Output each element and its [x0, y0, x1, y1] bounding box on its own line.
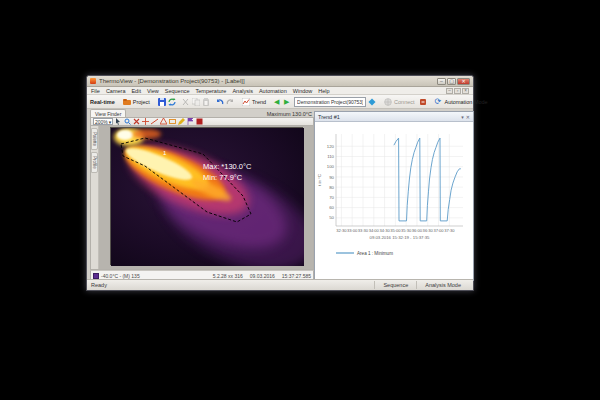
menu-bar: FileCameraEditViewSequenceTemperatureAna…	[87, 87, 473, 95]
minimize-button[interactable]: –	[437, 78, 446, 85]
svg-text:35:00: 35:00	[390, 228, 401, 233]
undo-icon[interactable]	[216, 98, 224, 106]
svg-text:60: 60	[329, 205, 334, 210]
close-button[interactable]: ✕	[457, 78, 470, 85]
svg-text:36:30: 36:30	[423, 228, 434, 233]
tab-view-finder[interactable]: View Finder	[90, 109, 126, 117]
svg-text:100: 100	[327, 164, 335, 169]
automation-icon: ⟳	[435, 98, 443, 106]
copy-icon[interactable]	[192, 98, 200, 106]
connect-icon	[384, 98, 392, 106]
min-annotation: Min: 77.9°C	[203, 173, 243, 182]
menu-item[interactable]: View	[147, 88, 159, 94]
mdi-restore-icon[interactable]: ▫	[454, 88, 461, 94]
cut-icon[interactable]	[182, 98, 190, 106]
connect-button[interactable]: Connect	[382, 97, 417, 107]
trend-button[interactable]: Trend	[240, 97, 268, 107]
rect-tool-icon[interactable]	[169, 118, 176, 125]
zoom-tool-icon[interactable]	[124, 118, 131, 125]
save-icon[interactable]	[158, 98, 166, 106]
mdi-close-icon[interactable]: ×	[462, 88, 469, 94]
viewer-toolbar: 200%▾	[90, 117, 314, 126]
window-title: ThermoView - [Demonstration Project(9075…	[99, 78, 437, 84]
zoom-level-combo[interactable]: 200%▾	[93, 118, 113, 125]
automation-mode-button[interactable]: ⟳ Automation Mode	[433, 97, 490, 107]
svg-text:34:30: 34:30	[379, 228, 390, 233]
prev-arrow-icon[interactable]: ◀	[274, 98, 282, 106]
svg-text:35:30: 35:30	[401, 228, 412, 233]
menu-item[interactable]: Temperature	[196, 88, 227, 94]
snapshot-tool-icon[interactable]	[196, 118, 203, 125]
svg-text:80: 80	[329, 185, 334, 190]
realtime-toggle[interactable]: Real-time	[90, 99, 115, 105]
svg-text:37:30: 37:30	[444, 228, 455, 233]
svg-text:37:00: 37:00	[433, 228, 444, 233]
trend-icon	[242, 98, 250, 106]
thermal-image[interactable]: 1 Max: *130.0°C Min: 77.9°C	[110, 127, 303, 265]
svg-text:t in °C: t in °C	[317, 174, 322, 186]
menu-item[interactable]: File	[91, 88, 100, 94]
navigate-icon[interactable]	[368, 98, 376, 106]
maximize-button[interactable]: ▢	[447, 78, 456, 85]
menu-item[interactable]: Analysis	[232, 88, 252, 94]
next-arrow-icon[interactable]: ▶	[284, 98, 292, 106]
svg-text:120: 120	[327, 144, 335, 149]
palette-swatch[interactable]	[93, 273, 99, 279]
svg-text:09.03.2016 15:32:19 - 15:37:35: 09.03.2016 15:32:19 - 15:37:35	[370, 235, 431, 240]
desktop-background: ThermoView - [Demonstration Project(9075…	[0, 0, 600, 400]
disconnect-icon[interactable]	[419, 98, 427, 106]
delete-tool-icon[interactable]	[133, 118, 140, 125]
pen-tool-icon[interactable]	[178, 118, 185, 125]
flag-tool-icon[interactable]	[187, 118, 194, 125]
svg-text:34:00: 34:00	[369, 228, 380, 233]
status-bar: Ready Sequence Analysis Mode	[87, 279, 473, 290]
svg-text:50: 50	[329, 215, 334, 220]
svg-text:90: 90	[329, 175, 334, 180]
menu-item[interactable]: Edit	[131, 88, 140, 94]
menu-item[interactable]: Sequence	[165, 88, 190, 94]
menu-items: FileCameraEditViewSequenceTemperatureAna…	[91, 88, 336, 94]
svg-text:33:00: 33:00	[347, 228, 358, 233]
status-ready: Ready	[91, 282, 107, 288]
trend-panel-titlebar[interactable]: Trend #1 ▾ ✕	[315, 112, 473, 122]
svg-text:Area 1 : Minimum: Area 1 : Minimum	[357, 251, 393, 256]
project-select-field[interactable]	[294, 97, 366, 107]
line-tool-icon[interactable]	[151, 118, 158, 125]
svg-text:33:30: 33:30	[358, 228, 369, 233]
dock-tab-strip: PaletteProfile	[91, 126, 99, 269]
menu-item[interactable]: Automation	[259, 88, 287, 94]
spot-tool-icon[interactable]	[142, 118, 149, 125]
menu-item[interactable]: Help	[318, 88, 329, 94]
svg-text:32:30: 32:30	[336, 228, 347, 233]
chevron-down-icon: ▾	[109, 119, 112, 125]
pointer-tool-icon[interactable]	[115, 118, 122, 125]
frame-info: 5.2.28 xx 316	[213, 273, 243, 279]
svg-text:70: 70	[329, 195, 334, 200]
svg-text:110: 110	[327, 154, 334, 159]
thermoview-window: ThermoView - [Demonstration Project(9075…	[86, 75, 474, 291]
title-bar[interactable]: ThermoView - [Demonstration Project(9075…	[87, 76, 473, 87]
dock-tab[interactable]: Profile	[91, 152, 98, 173]
redo-icon[interactable]	[226, 98, 234, 106]
status-mode: Analysis Mode	[416, 281, 469, 289]
paste-icon[interactable]	[202, 98, 210, 106]
max-annotation: Max: *130.0°C	[203, 162, 252, 171]
pin-icon[interactable]: ▾	[461, 114, 464, 120]
palette-range: -40.0°C - (M) 135	[101, 273, 140, 279]
frame-date: 09.03.2016	[250, 273, 275, 279]
project-button[interactable]: Project	[121, 97, 152, 107]
trend-panel: Trend #1 ▾ ✕ 506070809010011012032:3033:…	[314, 111, 474, 281]
main-toolbar: Real-time Project Trend ◀ ▶	[87, 95, 473, 109]
menu-item[interactable]: Camera	[106, 88, 126, 94]
mdi-minimize-icon[interactable]: –	[446, 88, 453, 94]
project-icon	[123, 98, 131, 106]
dock-tab[interactable]: Palette	[91, 128, 98, 150]
panel-close-icon[interactable]: ✕	[466, 114, 470, 120]
sync-icon[interactable]	[168, 98, 176, 106]
workspace: View Finder Maximum 130.0°C 200%▾	[87, 109, 473, 279]
status-sequence: Sequence	[374, 281, 416, 289]
polygon-tool-icon[interactable]	[160, 118, 167, 125]
menu-item[interactable]: Window	[293, 88, 313, 94]
svg-text:36:00: 36:00	[412, 228, 423, 233]
viewer-panel: View Finder Maximum 130.0°C 200%▾	[90, 109, 314, 281]
